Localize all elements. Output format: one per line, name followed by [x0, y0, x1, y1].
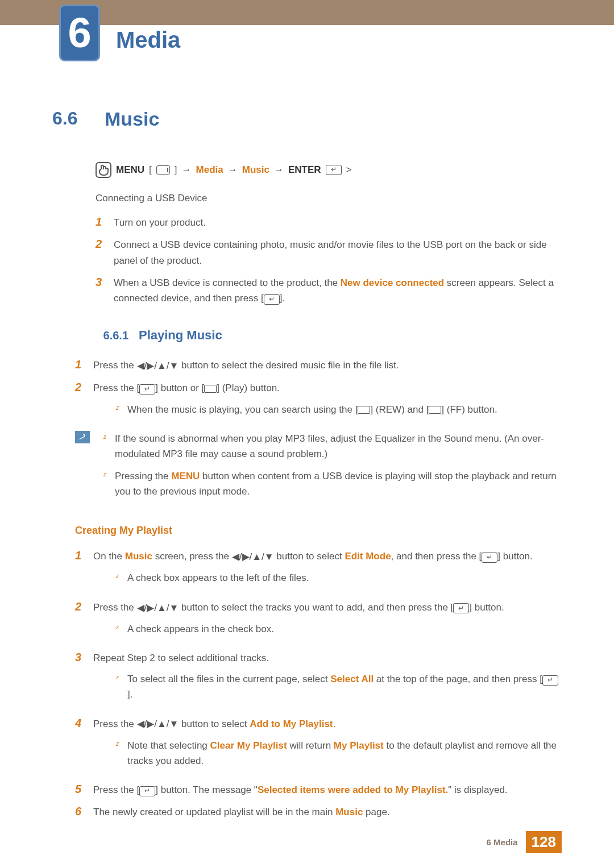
- step-num: 4: [75, 716, 85, 775]
- play-steps: 1 Press the ◀/▶/▲/▼ button to select the…: [52, 358, 562, 423]
- enter-icon: [139, 384, 155, 394]
- step-num: 1: [75, 549, 85, 592]
- enter-label: ENTER: [288, 162, 321, 177]
- highlight: Selected items were added to My Playlist…: [258, 784, 448, 795]
- footer: 6 Media 128: [487, 831, 562, 853]
- arrow-icon: →: [274, 162, 284, 177]
- step-text: Press the ◀/▶/▲/▼ button to select the d…: [93, 358, 562, 373]
- list-item: 1 Turn on your product.: [96, 215, 562, 230]
- arrow-icon: →: [228, 162, 238, 177]
- sub-list: To select all the files in the current p…: [93, 671, 562, 702]
- page: 6 Media 6.6 Music MENU [] → Media → Musi…: [0, 0, 614, 868]
- list-item: 1 Press the ◀/▶/▲/▼ button to select the…: [75, 358, 562, 373]
- step-text: When a USB device is connected to the pr…: [114, 275, 562, 306]
- list-item: 2 Press the ◀/▶/▲/▼ button to select the…: [75, 600, 562, 643]
- step-num: 2: [75, 380, 85, 423]
- step-num: 1: [96, 215, 106, 230]
- step-text: On the Music screen, press the ◀/▶/▲/▼ b…: [93, 549, 562, 592]
- step-text: Press the [] button or [] (Play) button.…: [93, 380, 562, 423]
- sub-item: A check appears in the check box.: [116, 621, 562, 637]
- subsection-header: 6.6.1 Playing Music: [52, 325, 562, 345]
- list-item: 3 Repeat Step 2 to select additional tra…: [75, 650, 562, 709]
- enter-icon: [482, 553, 497, 563]
- list-item: 6 The newly created or updated playlist …: [75, 804, 562, 820]
- remote-icon: [156, 165, 170, 175]
- step-text: Connect a USB device containing photo, m…: [114, 237, 562, 268]
- chapter-number: 6: [59, 5, 100, 61]
- enter-icon: [542, 675, 558, 686]
- step-text: Turn on your product.: [114, 215, 562, 230]
- step-text: Repeat Step 2 to select additional track…: [93, 650, 562, 709]
- sub-item: To select all the files in the current p…: [116, 671, 562, 702]
- button-icon: [358, 406, 370, 414]
- list-item: 2 Press the [] button or [] (Play) butto…: [75, 380, 562, 423]
- section-header: 6.6 Music: [52, 108, 562, 130]
- section-title: Music: [105, 108, 159, 130]
- footer-label: 6 Media: [487, 837, 518, 847]
- dpad-icon: ◀/▶/▲/▼: [232, 549, 274, 564]
- list-item: 3 When a USB device is connected to the …: [96, 275, 562, 306]
- note-item: If the sound is abnormal when you play M…: [103, 431, 562, 462]
- note-list: If the sound is abnormal when you play M…: [98, 431, 562, 506]
- intro-text: Connecting a USB Device: [96, 190, 562, 206]
- sub-item: Note that selecting Clear My Playlist wi…: [116, 738, 562, 769]
- step-text: Press the ◀/▶/▲/▼ button to select Add t…: [93, 716, 562, 775]
- highlight: Clear My Playlist: [210, 740, 287, 751]
- arrow-icon: →: [182, 162, 192, 177]
- highlight: Select All: [330, 674, 374, 684]
- list-item: 1 On the Music screen, press the ◀/▶/▲/▼…: [75, 549, 562, 592]
- button-icon: [429, 406, 441, 414]
- sub-item: A check box appears to the left of the f…: [116, 570, 562, 585]
- step-num: 6: [75, 804, 85, 820]
- highlight: Add to My Playlist: [250, 719, 333, 729]
- hand-icon: [96, 162, 111, 178]
- step-text: Press the [] button. The message "Select…: [93, 782, 562, 798]
- subsection-title: Playing Music: [139, 325, 222, 345]
- gt: >: [346, 162, 352, 177]
- dpad-icon: ◀/▶/▲/▼: [137, 358, 179, 373]
- highlight: Music: [335, 807, 363, 817]
- highlight: New device connected: [341, 277, 444, 288]
- enter-icon: [453, 603, 469, 613]
- usb-steps: 1 Turn on your product. 2 Connect a USB …: [96, 215, 562, 306]
- nav-path: MENU [] → Media → Music → ENTER >: [96, 162, 562, 178]
- playlist-steps: 1 On the Music screen, press the ◀/▶/▲/▼…: [75, 549, 562, 820]
- chapter-title: Media: [116, 27, 180, 53]
- sub-list: A check box appears to the left of the f…: [93, 570, 562, 585]
- note-item: Pressing the MENU button when content fr…: [103, 468, 562, 499]
- sub-list: When the music is playing, you can searc…: [93, 402, 562, 417]
- list-item: 4 Press the ◀/▶/▲/▼ button to select Add…: [75, 716, 562, 775]
- media-label: Media: [196, 162, 223, 177]
- menu-label: MENU: [116, 162, 144, 177]
- step-text: Press the ◀/▶/▲/▼ button to select the t…: [93, 600, 562, 643]
- content: 6.6 Music MENU [] → Media → Music → ENTE…: [52, 108, 562, 827]
- enter-icon: [326, 165, 342, 175]
- enter-icon: [139, 786, 155, 796]
- body: MENU [] → Media → Music → ENTER > Connec…: [96, 162, 562, 820]
- enter-icon: [264, 294, 280, 305]
- bracket: [: [149, 162, 152, 177]
- playlist-heading: Creating My Playlist: [75, 522, 562, 539]
- sub-list: A check appears in the check box.: [93, 621, 562, 637]
- step-num: 5: [75, 782, 85, 798]
- step-text: The newly created or updated playlist wi…: [93, 804, 562, 820]
- highlight: Edit Mode: [345, 551, 391, 562]
- sub-item: When the music is playing, you can searc…: [116, 402, 562, 417]
- dpad-icon: ◀/▶/▲/▼: [137, 600, 179, 616]
- highlight: Music: [125, 551, 152, 562]
- subsection-number: 6.6.1: [96, 326, 128, 344]
- step-num: 3: [75, 650, 85, 709]
- dpad-icon: ◀/▶/▲/▼: [137, 716, 179, 732]
- step-num: 3: [96, 275, 106, 306]
- music-label: Music: [242, 162, 269, 177]
- bracket: ]: [175, 162, 177, 177]
- section-number: 6.6: [52, 108, 91, 130]
- button-icon: [204, 385, 217, 393]
- sub-list: Note that selecting Clear My Playlist wi…: [93, 738, 562, 769]
- list-item: 2 Connect a USB device containing photo,…: [96, 237, 562, 268]
- step-num: 2: [96, 237, 106, 268]
- note-icon: [75, 431, 90, 443]
- step-num: 2: [75, 600, 85, 643]
- highlight: My Playlist: [334, 740, 384, 751]
- page-number: 128: [526, 831, 562, 853]
